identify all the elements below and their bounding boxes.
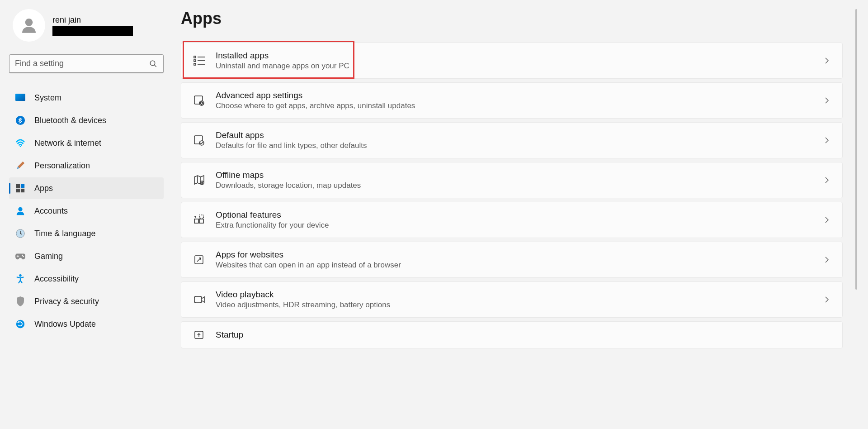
card-subtitle: Websites that can open in an app instead…	[216, 260, 823, 270]
bluetooth-icon	[15, 115, 25, 125]
card-body: Optional features Extra functionality fo…	[216, 210, 823, 231]
sidebar-item-personalization[interactable]: Personalization	[9, 155, 164, 176]
card-startup[interactable]: Startup	[181, 321, 843, 348]
card-offline-maps[interactable]: Offline maps Downloads, storage location…	[181, 162, 843, 198]
sidebar-item-time-language[interactable]: Time & language	[9, 223, 164, 244]
scrollbar[interactable]	[855, 9, 857, 290]
svg-point-6	[20, 146, 21, 147]
chevron-right-icon	[823, 176, 830, 184]
svg-rect-8	[21, 184, 24, 188]
sidebar-item-label: Accounts	[34, 206, 68, 216]
card-body: Startup	[216, 329, 830, 341]
card-body: Advanced app settings Choose where to ge…	[216, 90, 823, 111]
sidebar-item-label: Windows Update	[34, 319, 96, 329]
svg-rect-34	[194, 296, 202, 303]
profile-email-redacted	[52, 26, 133, 36]
svg-rect-4	[15, 94, 25, 101]
card-body: Default apps Defaults for file and link …	[216, 130, 823, 151]
card-optional-features[interactable]: Optional features Extra functionality fo…	[181, 202, 843, 238]
svg-rect-31	[199, 219, 203, 223]
sidebar-item-accessibility[interactable]: Accessibility	[9, 268, 164, 290]
search-wrap	[9, 54, 164, 73]
sidebar-item-label: Privacy & security	[34, 297, 99, 306]
sidebar-item-label: Network & internet	[34, 138, 101, 148]
card-body: Offline maps Downloads, storage location…	[216, 170, 823, 191]
sidebar-item-bluetooth[interactable]: Bluetooth & devices	[9, 110, 164, 131]
time-icon	[15, 229, 25, 238]
accounts-icon	[15, 206, 25, 216]
chevron-right-icon	[823, 216, 830, 224]
card-subtitle: Downloads, storage location, map updates	[216, 181, 823, 191]
card-apps-for-websites[interactable]: Apps for websites Websites that can open…	[181, 242, 843, 278]
sidebar-item-accounts[interactable]: Accounts	[9, 200, 164, 222]
offline-maps-icon	[193, 174, 206, 186]
update-icon	[15, 319, 25, 329]
svg-point-14	[22, 255, 23, 256]
svg-point-11	[18, 207, 22, 211]
card-advanced-app-settings[interactable]: Advanced app settings Choose where to ge…	[181, 82, 843, 119]
svg-line-2	[154, 65, 156, 67]
card-title: Offline maps	[216, 170, 823, 181]
card-title: Startup	[216, 329, 830, 341]
apps-icon	[15, 183, 25, 193]
search-input[interactable]	[9, 54, 164, 73]
card-title: Advanced app settings	[216, 90, 823, 101]
card-video-playback[interactable]: Video playback Video adjustments, HDR st…	[181, 281, 843, 318]
apps-websites-icon	[193, 253, 206, 266]
optional-features-icon	[193, 214, 206, 226]
card-subtitle: Defaults for file and link types, other …	[216, 141, 823, 151]
sidebar-item-label: Accessibility	[34, 274, 79, 284]
svg-rect-10	[21, 189, 24, 192]
profile-name: reni jain	[52, 15, 164, 25]
card-installed-apps[interactable]: Installed apps Uninstall and manage apps…	[181, 43, 843, 79]
sidebar-item-network[interactable]: Network & internet	[9, 132, 164, 154]
chevron-right-icon	[823, 137, 830, 144]
chevron-right-icon	[823, 256, 830, 263]
privacy-icon	[15, 296, 25, 306]
system-icon	[15, 93, 25, 103]
card-subtitle: Uninstall and manage apps on your PC	[216, 61, 823, 71]
accessibility-icon	[15, 274, 25, 284]
startup-icon	[193, 329, 206, 341]
svg-point-1	[150, 61, 155, 66]
chevron-right-icon	[823, 57, 830, 64]
sidebar-item-apps[interactable]: Apps	[9, 177, 164, 199]
sidebar-item-label: Personalization	[34, 161, 90, 171]
sidebar-item-gaming[interactable]: Gaming	[9, 245, 164, 267]
network-icon	[15, 138, 25, 148]
card-title: Default apps	[216, 130, 823, 141]
svg-point-17	[16, 320, 24, 328]
sidebar-item-label: System	[34, 93, 61, 103]
sidebar-item-system[interactable]: System	[9, 87, 164, 109]
card-subtitle: Choose where to get apps, archive apps, …	[216, 101, 823, 111]
card-title: Video playback	[216, 289, 823, 300]
card-body: Video playback Video adjustments, HDR st…	[216, 289, 823, 310]
sidebar-item-label: Time & language	[34, 229, 95, 238]
svg-rect-9	[16, 189, 20, 192]
sidebar-item-label: Bluetooth & devices	[34, 116, 106, 125]
chevron-right-icon	[823, 97, 830, 104]
card-default-apps[interactable]: Default apps Defaults for file and link …	[181, 122, 843, 158]
nav-list: System Bluetooth & devices Network & int…	[9, 87, 164, 335]
avatar-icon	[20, 16, 38, 34]
default-apps-icon	[193, 134, 206, 147]
sidebar-item-label: Gaming	[34, 252, 63, 261]
svg-point-15	[23, 256, 24, 257]
svg-rect-7	[16, 184, 20, 188]
svg-point-0	[25, 19, 33, 26]
advanced-app-icon	[193, 94, 206, 107]
card-title: Installed apps	[216, 50, 823, 62]
card-subtitle: Extra functionality for your device	[216, 220, 823, 230]
card-subtitle: Video adjustments, HDR streaming, batter…	[216, 300, 823, 310]
sidebar-item-privacy[interactable]: Privacy & security	[9, 291, 164, 312]
svg-rect-32	[199, 215, 203, 218]
svg-rect-19	[194, 60, 196, 62]
avatar	[13, 9, 45, 42]
sidebar-item-windows-update[interactable]: Windows Update	[9, 313, 164, 335]
gaming-icon	[15, 251, 25, 261]
profile-section[interactable]: reni jain	[9, 9, 164, 42]
sidebar-item-label: Apps	[34, 184, 53, 193]
svg-point-16	[19, 274, 22, 277]
main-content: Apps Installed apps Uninstall and manage…	[181, 9, 859, 429]
sidebar: reni jain System Bluetooth & devices	[0, 0, 172, 429]
